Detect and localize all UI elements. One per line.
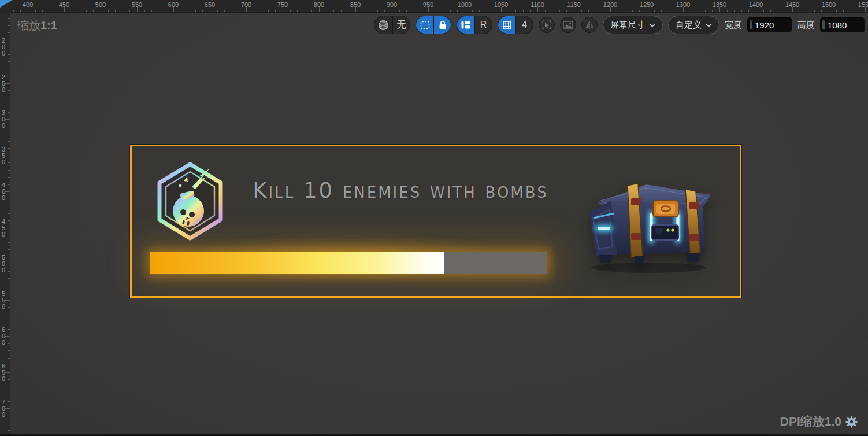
horizontal-ruler: 4004505005506006507007508008509009501000… [10,0,868,13]
select-widget-button[interactable] [539,17,555,33]
widget-outline-icon [461,20,471,29]
ruler-tick-label: 1350 [713,1,726,8]
ruler-tick-label: 550 [2,290,5,309]
ruler-tick-label: 450 [59,1,69,8]
quest-progressbar[interactable] [150,252,547,274]
ruler-tick-label: 850 [350,1,361,8]
quest-progress-fill [150,252,444,274]
ruler-tick-label: 1500 [822,1,836,8]
ruler-tick-label: 1050 [494,1,508,8]
flip-icon [585,21,595,29]
reward-crate-image[interactable] [578,165,722,276]
marquee-select-button[interactable] [416,16,433,34]
localization-preview-group: 无 [374,16,410,34]
height-label: 高度 [797,20,815,31]
ruler-tick-label: 1300 [676,1,690,8]
grid-icon [503,21,511,29]
ruler-tick-label: 1150 [567,1,581,8]
ruler-tick-label: 500 [95,1,106,8]
flip-preview-button[interactable] [581,17,598,33]
ruler-tick-label: 400 [2,182,5,201]
zoom-indicator: 缩放1:1 [17,18,57,34]
ruler-tick-label: 600 [2,327,5,346]
ruler-tick-label: 800 [314,1,324,8]
dpi-label: DPI缩放 [780,415,825,428]
ruler-tick-label: 950 [423,1,433,8]
localization-language-value[interactable]: 无 [392,16,410,34]
ruler-corner [0,0,10,13]
ruler-tick-label: 250 [2,73,5,93]
height-input[interactable]: 1080 [820,17,865,32]
grid-snap-group: 4 [498,16,533,34]
screen-size-dropdown[interactable]: 屏幕尺寸 [603,16,663,34]
dpi-value: 1.0 [825,415,841,428]
lock-widgets-button[interactable] [433,16,451,34]
marquee-select-icon [420,21,430,29]
image-icon [563,21,573,29]
ruler-tick-label: 700 [2,399,5,418]
ruler-tick-label: 1100 [531,1,544,8]
zoom-value: 1:1 [40,19,57,32]
ruler-tick-label: 600 [168,1,179,8]
ruler-tick-label: 1400 [749,1,763,8]
chevron-down-icon [706,23,712,27]
grid-snap-button[interactable] [498,16,515,34]
width-label: 宽度 [725,20,742,31]
ruler-tick-label: 200 [2,38,5,57]
scale-mode-dropdown[interactable]: 自定义 [668,16,719,34]
umg-designer-window: Kill 10 enemies with bombs [0,0,868,436]
quest-panel[interactable]: Kill 10 enemies with bombs [130,145,741,298]
ruler-tick-label: 300 [2,110,5,129]
design-canvas[interactable]: Kill 10 enemies with bombs [10,13,868,434]
ruler-tick-label: 550 [132,1,142,8]
ruler-tick-label: 700 [241,1,251,8]
globe-icon [378,20,389,31]
ruler-tick-label: 1250 [640,1,654,8]
ruler-tick-label: 1450 [785,1,799,8]
scale-mode-label: 自定义 [676,20,702,31]
selection-lock-group [416,16,451,34]
cursor-icon [542,20,551,29]
widget-outline-button[interactable] [457,16,474,34]
ruler-tick-label: 450 [2,218,5,237]
width-input[interactable]: 1920 [747,17,792,32]
chevron-down-icon [649,23,655,27]
ruler-tick-label: 1550 [858,1,868,8]
bomb-badge-icon[interactable] [155,161,225,241]
lock-icon [439,20,447,29]
ruler-tick-label: 400 [23,1,33,8]
designer-toolbar: 无 [374,16,865,34]
outline-mode-group: R [457,16,492,34]
screen-size-label: 屏幕尺寸 [610,20,645,31]
gear-icon[interactable] [845,416,858,428]
grid-snap-size[interactable]: 4 [515,16,533,34]
ruler-tick-label: 650 [2,363,5,382]
respect-locks-button[interactable]: R [474,16,492,34]
ruler-tick-label: 350 [2,146,5,165]
ruler-tick-label: 900 [387,1,397,8]
ruler-tick-label: 500 [2,254,5,274]
ruler-tick-label: 1000 [458,1,472,8]
quest-title[interactable]: Kill 10 enemies with bombs [239,178,562,203]
ruler-tick-label: 1200 [603,1,617,8]
localization-preview-button[interactable] [374,16,392,34]
dpi-scale-status: DPI缩放1.0 [780,413,858,430]
ruler-tick-label: 650 [205,1,215,8]
vertical-ruler: 200250300350400450500550600650700750 [0,13,10,436]
zoom-prefix: 缩放 [17,19,40,32]
preview-background-button[interactable] [560,17,576,33]
ruler-tick-label: 750 [277,1,288,8]
